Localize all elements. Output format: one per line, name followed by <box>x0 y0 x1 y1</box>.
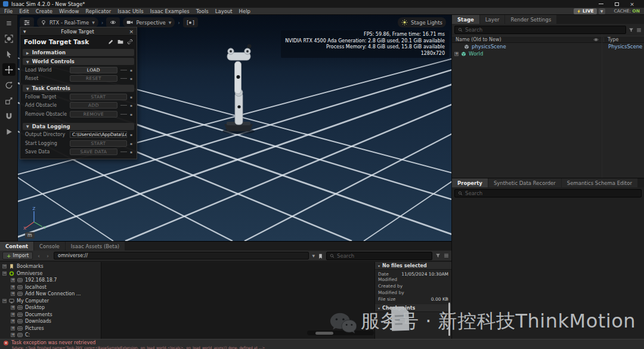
panel-close-button[interactable]: × <box>129 29 134 35</box>
collapse-icon[interactable]: − <box>2 299 7 303</box>
menu-item-isaac-examples[interactable]: Isaac Examples <box>150 8 190 14</box>
close-button[interactable]: × <box>629 1 635 7</box>
collapse-icon[interactable]: − <box>2 271 7 276</box>
data-logging-section-header[interactable]: ▼Data Logging <box>23 123 134 130</box>
stage-row-world[interactable]: + World <box>452 50 644 57</box>
scale-tool-button[interactable] <box>2 94 16 107</box>
expand-icon[interactable]: + <box>11 333 15 337</box>
start-logging-button[interactable]: START <box>70 140 127 147</box>
menu-item-file[interactable]: File <box>4 8 13 14</box>
remove-obstacle-button[interactable]: REMOVE <box>70 111 117 118</box>
tab-synthetic-data-recorder[interactable]: Synthetic Data Recorder <box>488 178 561 187</box>
rotate-tool-button[interactable] <box>2 79 16 91</box>
tree-item-server-192[interactable]: +192.168.18.7 <box>0 277 101 284</box>
maximize-button[interactable] <box>614 1 620 7</box>
output-directory-field[interactable]: C:\Users\niic\AppData\Lo <box>70 131 127 138</box>
tab-content[interactable]: Content <box>0 242 33 251</box>
expand-icon[interactable]: + <box>11 278 15 282</box>
menu-item-window[interactable]: Window <box>59 8 79 14</box>
tree-item-pictures[interactable]: +Pictures <box>0 325 101 332</box>
tab-semantics-schema-editor[interactable]: Semantics Schema Editor <box>562 178 637 187</box>
property-search-field[interactable] <box>454 189 642 197</box>
menu-item-isaac-utils[interactable]: Isaac Utils <box>117 8 143 14</box>
task-controls-section-header[interactable]: ▼Task Controls <box>23 85 134 92</box>
tree-item-bookmarks[interactable]: −Bookmarks <box>0 263 101 270</box>
bookmark-icon[interactable] <box>318 253 323 259</box>
minimize-button[interactable] <box>598 1 604 7</box>
tab-layer[interactable]: Layer <box>480 15 505 24</box>
folder-icon[interactable] <box>117 39 123 45</box>
start-follow-button[interactable]: START <box>70 94 127 100</box>
stage-search-field[interactable] <box>454 26 626 34</box>
renderer-dropdown[interactable]: RTX - Real-Time ▼ <box>37 17 98 27</box>
name-column-label[interactable]: Name (Old to New) <box>456 37 501 42</box>
link-icon[interactable] <box>127 39 133 45</box>
expand-icon[interactable]: + <box>11 326 15 331</box>
tree-item-omniverse[interactable]: −Omniverse <box>0 270 101 277</box>
menu-item-replicator[interactable]: Replicator <box>85 8 111 14</box>
viewport-3d[interactable]: RTX - Real-Time ▼ › Perspective ▼ › [] S… <box>18 15 451 241</box>
path-dropdown-button[interactable]: ▼ <box>312 254 315 258</box>
expand-icon[interactable]: + <box>11 305 15 310</box>
type-column-label[interactable]: Type <box>603 37 640 42</box>
tab-render-settings[interactable]: Render Settings <box>505 15 556 24</box>
content-filter-button[interactable] <box>435 253 441 258</box>
tree-item-add-connection[interactable]: +Add New Connection ... <box>0 291 101 298</box>
path-breadcrumb[interactable]: omniverse:// <box>54 252 309 260</box>
tab-property[interactable]: Property <box>452 178 488 187</box>
title-bar[interactable]: Isaac Sim 4.2.0 - New Stage* × <box>0 0 644 8</box>
reset-button[interactable]: RESET <box>70 75 117 82</box>
world-controls-section-header[interactable]: ▼World Controls <box>23 58 134 65</box>
snap-tool-button[interactable] <box>2 110 16 122</box>
forward-button[interactable]: › <box>45 253 51 259</box>
tab-console[interactable]: Console <box>34 242 65 251</box>
move-tool-button[interactable] <box>2 63 16 76</box>
stage-row-physicsscene[interactable]: physicsScene PhysicsScene <box>452 43 644 50</box>
visibility-button[interactable] <box>106 17 120 27</box>
edit-icon[interactable] <box>108 39 114 45</box>
information-section-header[interactable]: ▶Information <box>23 49 134 56</box>
back-button[interactable]: ‹ <box>36 253 42 259</box>
expand-icon[interactable]: + <box>11 313 15 317</box>
stage-filter-button[interactable] <box>628 27 634 33</box>
stage-options-button[interactable] <box>636 27 642 33</box>
tree-item-downloads[interactable]: +Downloads <box>0 318 101 325</box>
stage-lights-button[interactable]: Stage Lights <box>398 17 446 27</box>
menu-item-layout[interactable]: Layout <box>215 8 233 14</box>
tree-item-desktop[interactable]: +Desktop <box>0 304 101 311</box>
tab-stage[interactable]: Stage <box>452 15 479 24</box>
expand-icon[interactable]: + <box>11 292 15 296</box>
tree-item-documents[interactable]: +Documents <box>0 311 101 319</box>
property-search-input[interactable] <box>465 190 638 196</box>
live-dropdown-button[interactable]: ▼ <box>599 8 605 14</box>
menu-item-tools[interactable]: Tools <box>196 8 209 14</box>
import-button[interactable]: +Import <box>2 252 33 260</box>
selection-header[interactable]: ▾No files selected <box>375 262 451 270</box>
play-button[interactable] <box>2 125 16 138</box>
content-search-field[interactable] <box>326 252 432 260</box>
selection-mode-button[interactable] <box>2 32 16 45</box>
menu-item-help[interactable]: Help <box>239 8 250 14</box>
status-error-text[interactable]: Task exception was never retrieved <box>11 340 95 345</box>
tree-item-localhost[interactable]: +localhost <box>0 284 101 291</box>
menu-item-edit[interactable]: Edit <box>19 8 29 14</box>
menu-item-create[interactable]: Create <box>36 8 52 14</box>
save-data-button[interactable]: SAVE DATA <box>70 149 117 155</box>
tab-isaac-assets[interactable]: Isaac Assets (Beta) <box>66 242 125 251</box>
expand-icon[interactable]: + <box>11 319 15 323</box>
add-obstacle-button[interactable]: ADD <box>70 102 117 109</box>
follow-panel-titlebar[interactable]: ▼ Follow Target × <box>20 27 137 36</box>
viewport-settings-button[interactable] <box>20 17 34 27</box>
content-search-input[interactable] <box>337 253 429 259</box>
expand-icon[interactable]: + <box>11 285 15 289</box>
tree-item-c-drive[interactable]: +C: <box>0 332 101 339</box>
camera-dropdown[interactable]: Perspective ▼ <box>123 17 175 27</box>
content-view-button[interactable] <box>444 253 449 258</box>
capture-button[interactable]: [] <box>183 17 198 27</box>
load-button[interactable]: LOAD <box>70 67 117 73</box>
tree-item-my-computer[interactable]: −My Computer <box>0 298 101 305</box>
stage-search-input[interactable] <box>465 27 623 33</box>
collapse-icon[interactable]: − <box>2 264 7 268</box>
cursor-tool-button[interactable] <box>2 48 16 60</box>
toolbar-grip-icon[interactable] <box>2 17 16 29</box>
